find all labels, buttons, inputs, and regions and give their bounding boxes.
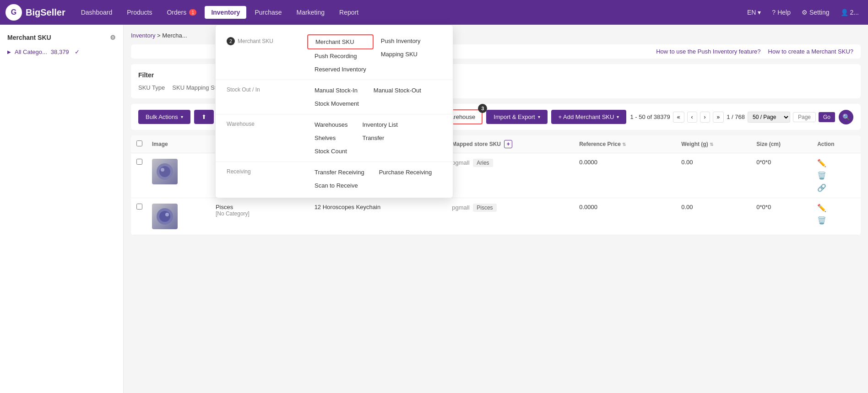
row2-action-cell: ✏️ 🗑️ [813,198,861,235]
last-page-button[interactable]: » [713,112,724,123]
dropdown-section-merchant-sku-label: Merchant SKU [238,38,273,44]
go-button[interactable]: Go [819,112,835,122]
category-arrow-icon: ▶ [7,49,11,54]
row1-edit-icon[interactable]: ✏️ [817,159,856,167]
sidebar: Merchant SKU ⚙ ▶ All Catego... 38,379 ✓ [0,25,124,393]
breadcrumb-inventory[interactable]: Inventory [131,32,155,39]
dropdown-section-receiving-label: Receiving [227,168,251,175]
sidebar-header: Merchant SKU ⚙ [0,30,123,45]
per-page-select[interactable]: 50 / Page 100 / Page [748,112,790,123]
row2-ref-price: 0.0000 [579,204,597,210]
dropdown-stock-count[interactable]: Stock Count [307,145,355,158]
add-sku-chevron-icon: ▾ [617,114,619,119]
add-merchant-sku-button[interactable]: + Add Merchant SKU ▾ [551,110,627,124]
dropdown-transfer[interactable]: Transfer [355,131,405,145]
mapped-add-col-icon[interactable]: + [504,140,512,148]
logo-icon: G [5,4,22,21]
nav-orders[interactable]: Orders 1 [160,6,203,19]
row1-delete-icon[interactable]: 🗑️ [817,171,856,180]
dropdown-reserved-inventory[interactable]: Reserved Inventory [307,63,374,76]
weight-sort-icon[interactable]: ⇅ [710,142,713,147]
sidebar-title: Merchant SKU [7,34,51,41]
row1-store: pgmall [452,159,469,166]
dropdown-shelves[interactable]: Shelves [307,131,355,145]
orders-badge: 1 [189,9,196,16]
page-display: 1 / 768 [727,113,745,120]
dropdown-manual-stock-in[interactable]: Manual Stock-In [307,84,366,97]
dropdown-manual-stock-out[interactable]: Manual Stock-Out [366,84,429,97]
nav-dashboard[interactable]: Dashboard [75,6,119,19]
row2-sku-cell: Pisces [No Category] [211,198,310,235]
pagination: 1 - 50 of 38379 « ‹ › » 1 / 768 50 / Pag… [630,112,835,123]
dropdown-warehouses[interactable]: Warehouses [307,118,355,131]
page-jump-input[interactable] [793,112,816,122]
row2-edit-icon[interactable]: ✏️ [817,204,856,212]
settings-button[interactable]: ⚙ Setting [798,7,833,18]
svg-point-1 [159,166,170,177]
gear-icon[interactable]: ⚙ [110,34,116,41]
top-navigation: G BigSeller Dashboard Products Orders 1 … [0,0,868,25]
create-merchant-sku-help-link[interactable]: How to create a Merchant SKU? [768,48,853,55]
language-selector[interactable]: EN ▾ [743,7,765,18]
prev-page-button[interactable]: ‹ [687,112,697,123]
row1-checkbox[interactable] [136,159,142,165]
nav-products[interactable]: Products [120,6,158,19]
row2-sku-name: Pisces [216,204,305,210]
some-action-button[interactable]: ⬆ [194,110,214,124]
dropdown-stock-movement[interactable]: Stock Movement [307,97,366,110]
row2-title: 12 Horoscopes Keychain [315,204,381,210]
help-button[interactable]: ? Help [768,7,794,18]
bulk-actions-chevron-icon: ▾ [181,114,183,119]
dropdown-mapping-sku[interactable]: Mapping SKU [374,48,428,61]
row2-image-cell [147,198,211,235]
col-ref-price: Reference Price ⇅ [575,135,677,153]
row2-store: pgmall [452,204,469,211]
bulk-actions-button[interactable]: Bulk Actions ▾ [138,110,190,124]
breadcrumb-current: Mercha... [162,32,187,39]
row2-actions: ✏️ 🗑️ [817,204,856,225]
row2-title-cell: 12 Horoscopes Keychain [310,198,448,235]
category-count: 38,379 [51,48,69,55]
dropdown-push-inventory[interactable]: Push Inventory [374,34,428,48]
dropdown-section-stock-label: Stock Out / In [227,86,260,93]
row2-mapped-sku-cell: pgmall Pisces [447,198,575,235]
row1-weight: 0.00 [681,159,693,166]
nav-inventory[interactable]: Inventory [205,6,246,19]
select-all-checkbox[interactable] [136,140,142,146]
row1-action-cell: ✏️ 🗑️ 🔗 [813,153,861,198]
row1-actions: ✏️ 🗑️ 🔗 [817,159,856,192]
nav-right: EN ▾ ? Help ⚙ Setting 👤 2... [743,7,863,18]
row2-checkbox-cell [131,198,147,235]
dropdown-merchant-sku[interactable]: Merchant SKU [307,34,374,49]
import-export-button[interactable]: Import & Export ▾ [486,110,547,124]
user-menu[interactable]: 👤 2... [837,7,863,18]
row1-ref-price: 0.0000 [579,159,597,166]
col-mapped-sku: Mapped store SKU + [447,135,575,153]
row2-checkbox[interactable] [136,204,142,210]
dropdown-inventory-list[interactable]: Inventory List [355,118,405,131]
next-page-button[interactable]: › [700,112,710,123]
row2-delete-icon[interactable]: 🗑️ [817,216,856,225]
all-categories-item[interactable]: ▶ All Catego... 38,379 ✓ [0,45,123,59]
row1-store-tag: Aries [473,159,493,167]
row1-link-icon[interactable]: 🔗 [817,183,856,192]
dropdown-push-recording[interactable]: Push Recording [307,49,374,63]
sku-type-label: SKU Type [138,84,165,91]
svg-point-5 [165,213,169,216]
logo-area[interactable]: G BigSeller [5,4,65,21]
first-page-button[interactable]: « [673,112,684,123]
nav-marketing[interactable]: Marketing [290,6,331,19]
col-weight: Weight (g) ⇅ [677,135,752,153]
dropdown-transfer-receiving[interactable]: Transfer Receiving [307,166,372,179]
nav-purchase[interactable]: Purchase [248,6,288,19]
row1-product-image [152,159,178,184]
push-inventory-help-link[interactable]: How to use the Push Inventory feature? [656,48,760,55]
ref-price-sort-icon[interactable]: ⇅ [622,142,626,147]
dropdown-scan-to-receive[interactable]: Scan to Receive [307,179,372,192]
col-image: Image [147,135,211,153]
dropdown-purchase-receiving[interactable]: Purchase Receiving [372,166,439,179]
row1-ref-price-cell: 0.0000 [575,153,677,198]
search-button[interactable]: 🔍 [839,110,853,124]
col-size: Size (cm) [752,135,813,153]
nav-report[interactable]: Report [333,6,365,19]
